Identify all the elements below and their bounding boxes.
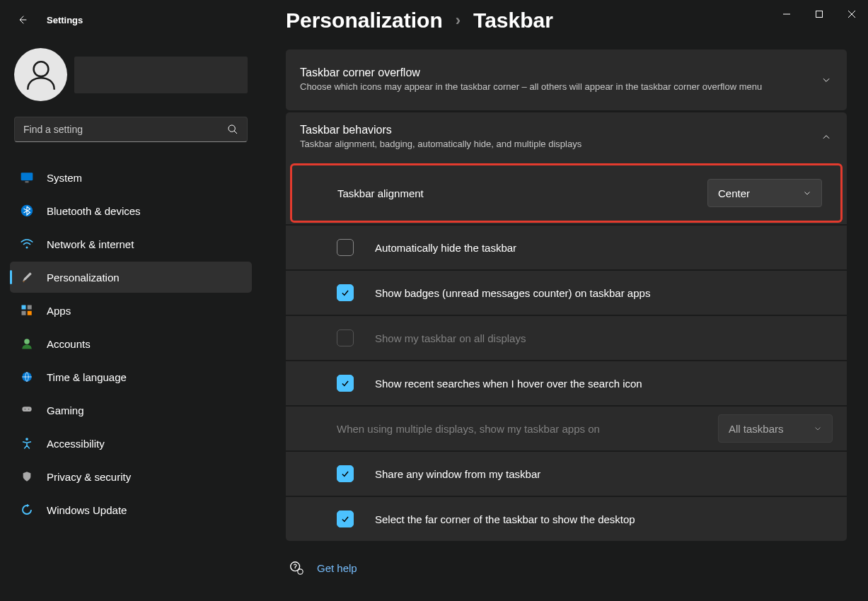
setting-share-window[interactable]: Share any window from my taskbar xyxy=(286,450,847,496)
setting-label: Show my taskbar on all displays xyxy=(375,332,526,344)
setting-taskbar-alignment: Taskbar alignment Center xyxy=(290,163,843,223)
breadcrumb-current: Taskbar xyxy=(473,8,553,33)
sidebar-item-label: Windows Update xyxy=(47,504,127,516)
help-icon xyxy=(289,560,304,576)
sidebar: System Bluetooth & devices Network & int… xyxy=(0,0,262,601)
section-taskbar-overflow[interactable]: Taskbar corner overflow Choose which ico… xyxy=(286,49,847,110)
section-title: Taskbar corner overflow xyxy=(300,66,809,79)
svg-point-10 xyxy=(26,247,28,249)
svg-point-5 xyxy=(228,125,235,132)
gamepad-icon xyxy=(20,403,34,417)
dropdown-value: All taskbars xyxy=(729,423,784,435)
user-info-redacted xyxy=(74,57,248,93)
alignment-dropdown[interactable]: Center xyxy=(707,179,822,207)
setting-recent-search[interactable]: Show recent searches when I hover over t… xyxy=(286,360,847,405)
sidebar-item-label: Bluetooth & devices xyxy=(47,205,141,217)
nav-list: System Bluetooth & devices Network & int… xyxy=(0,155,262,525)
globe-clock-icon xyxy=(20,370,34,384)
breadcrumb: Personalization › Taskbar xyxy=(286,8,847,33)
sidebar-item-label: Time & language xyxy=(47,371,127,383)
apps-icon xyxy=(20,303,34,317)
dropdown-value: Center xyxy=(718,187,750,199)
sidebar-item-label: Network & internet xyxy=(47,238,134,250)
setting-label: Show recent searches when I hover over t… xyxy=(375,378,642,390)
setting-label: Show badges (unread messages counter) on… xyxy=(375,287,650,299)
setting-label: Automatically hide the taskbar xyxy=(375,242,516,254)
setting-badges[interactable]: Show badges (unread messages counter) on… xyxy=(286,269,847,315)
display-icon xyxy=(20,170,34,185)
setting-label: Share any window from my taskbar xyxy=(375,468,540,480)
svg-rect-17 xyxy=(22,407,31,412)
setting-far-corner[interactable]: Select the far corner of the taskbar to … xyxy=(286,496,847,541)
setting-all-displays: Show my taskbar on all displays xyxy=(286,315,847,360)
svg-point-18 xyxy=(25,409,25,409)
checkbox-checked[interactable] xyxy=(337,465,354,482)
sidebar-item-gaming[interactable]: Gaming xyxy=(10,395,252,426)
sidebar-item-accessibility[interactable]: Accessibility xyxy=(10,428,252,459)
help-link[interactable]: Get help xyxy=(317,562,357,574)
svg-rect-14 xyxy=(28,311,32,315)
svg-point-4 xyxy=(33,62,48,76)
setting-label: Taskbar alignment xyxy=(337,187,424,199)
sidebar-item-apps[interactable]: Apps xyxy=(10,295,252,326)
sidebar-item-bluetooth[interactable]: Bluetooth & devices xyxy=(10,195,252,226)
sidebar-item-label: Privacy & security xyxy=(47,471,131,483)
setting-auto-hide[interactable]: Automatically hide the taskbar xyxy=(286,224,847,269)
sidebar-item-label: Accessibility xyxy=(47,438,105,450)
checkbox-checked[interactable] xyxy=(337,375,354,392)
breadcrumb-parent[interactable]: Personalization xyxy=(286,8,443,33)
svg-point-15 xyxy=(24,339,30,344)
svg-point-19 xyxy=(28,409,29,409)
svg-rect-11 xyxy=(22,305,26,310)
svg-rect-8 xyxy=(25,181,29,183)
user-account-row[interactable] xyxy=(0,42,262,110)
section-title: Taskbar behaviors xyxy=(300,124,809,136)
section-desc: Choose which icons may appear in the tas… xyxy=(300,81,809,93)
wifi-icon xyxy=(20,237,34,251)
sidebar-item-accounts[interactable]: Accounts xyxy=(10,328,252,359)
setting-multi-display: When using multiple displays, show my ta… xyxy=(286,405,847,450)
help-row[interactable]: Get help xyxy=(286,543,847,583)
search-icon xyxy=(227,124,238,135)
section-taskbar-behaviors: Taskbar behaviors Taskbar alignment, bad… xyxy=(286,112,847,541)
svg-rect-13 xyxy=(22,311,26,315)
checkbox-checked[interactable] xyxy=(337,510,354,527)
sidebar-item-network[interactable]: Network & internet xyxy=(10,228,252,259)
sidebar-item-label: Accounts xyxy=(47,338,91,350)
multi-display-dropdown: All taskbars xyxy=(718,414,833,443)
chevron-right-icon: › xyxy=(456,11,461,30)
sidebar-item-system[interactable]: System xyxy=(10,162,252,193)
paintbrush-icon xyxy=(20,270,34,284)
person-icon xyxy=(20,337,34,351)
section-desc: Taskbar alignment, badging, automaticall… xyxy=(300,138,809,151)
sidebar-item-label: System xyxy=(47,172,82,184)
chevron-down-icon xyxy=(820,74,833,86)
sidebar-item-update[interactable]: Windows Update xyxy=(10,494,252,525)
setting-label: When using multiple displays, show my ta… xyxy=(337,423,600,435)
checkbox-disabled xyxy=(337,329,354,346)
shield-icon xyxy=(20,469,34,484)
sidebar-item-label: Personalization xyxy=(47,272,120,284)
svg-point-20 xyxy=(25,438,28,440)
section-header[interactable]: Taskbar behaviors Taskbar alignment, bad… xyxy=(286,112,847,162)
chevron-down-icon xyxy=(803,189,811,197)
update-icon xyxy=(20,503,34,517)
checkbox-unchecked[interactable] xyxy=(337,239,354,256)
setting-label: Select the far corner of the taskbar to … xyxy=(375,513,635,525)
svg-point-22 xyxy=(298,569,303,574)
accessibility-icon xyxy=(20,436,34,450)
sidebar-item-time[interactable]: Time & language xyxy=(10,361,252,392)
avatar xyxy=(14,48,67,101)
svg-rect-7 xyxy=(21,173,33,180)
chevron-up-icon xyxy=(820,131,833,144)
sidebar-item-label: Apps xyxy=(47,305,71,317)
chevron-down-icon xyxy=(814,424,822,433)
main-content: Personalization › Taskbar Taskbar corner… xyxy=(262,0,868,601)
sidebar-item-label: Gaming xyxy=(47,404,84,416)
checkbox-checked[interactable] xyxy=(337,284,354,301)
search-box[interactable] xyxy=(14,117,248,142)
svg-line-6 xyxy=(234,131,237,134)
sidebar-item-privacy[interactable]: Privacy & security xyxy=(10,461,252,492)
sidebar-item-personalization[interactable]: Personalization xyxy=(10,262,252,293)
search-input[interactable] xyxy=(23,124,227,135)
